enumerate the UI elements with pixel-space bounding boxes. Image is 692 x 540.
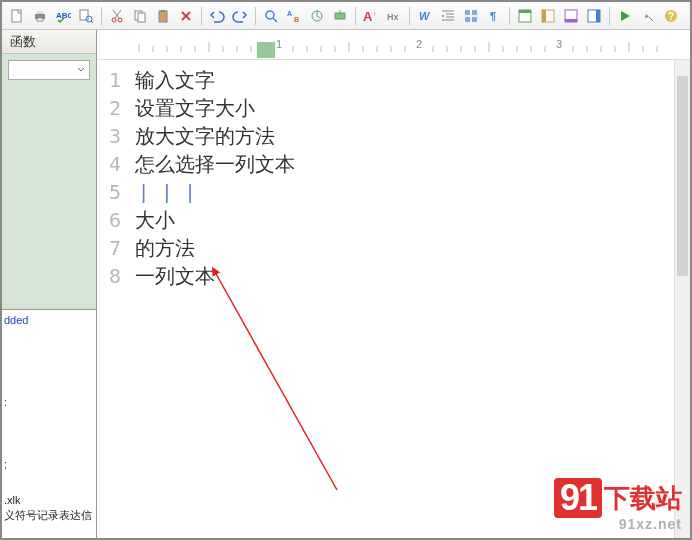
svg-rect-3 bbox=[37, 18, 43, 21]
line-number: 7 bbox=[97, 234, 121, 262]
help-icon[interactable]: ? bbox=[660, 5, 682, 27]
code-content[interactable]: 输入文字 设置文字大小 放大文字的方法 怎么选择一列文本 ||| 大小 的方法 … bbox=[131, 60, 690, 538]
redo-icon[interactable] bbox=[229, 5, 251, 27]
sidebar-body bbox=[2, 86, 96, 309]
font-increase-icon[interactable]: A↑ bbox=[360, 5, 382, 27]
ruler: 1 2 3 bbox=[97, 30, 690, 60]
show-all-icon[interactable]: ¶ bbox=[483, 5, 505, 27]
svg-text:Hx: Hx bbox=[387, 12, 399, 22]
svg-point-8 bbox=[118, 18, 122, 22]
goto-icon[interactable] bbox=[306, 5, 328, 27]
svg-rect-22 bbox=[465, 10, 470, 15]
ruler-ticks bbox=[97, 30, 690, 60]
panel2-icon[interactable] bbox=[537, 5, 559, 27]
search-icon[interactable] bbox=[260, 5, 282, 27]
sidebar-item[interactable]: : bbox=[4, 396, 94, 408]
delete-icon[interactable] bbox=[175, 5, 197, 27]
spellcheck-icon[interactable]: ABC bbox=[52, 5, 74, 27]
separator bbox=[609, 7, 610, 25]
sidebar-header: 函数 bbox=[2, 30, 96, 54]
paste-icon[interactable] bbox=[152, 5, 174, 27]
separator bbox=[355, 7, 356, 25]
svg-rect-2 bbox=[37, 11, 43, 14]
svg-text:?: ? bbox=[668, 11, 674, 22]
find-replace-icon[interactable]: AB bbox=[283, 5, 305, 27]
new-icon[interactable] bbox=[6, 5, 28, 27]
svg-rect-25 bbox=[472, 17, 477, 22]
code-line: 大小 bbox=[135, 206, 690, 234]
svg-rect-17 bbox=[335, 13, 345, 19]
column-select-icon[interactable] bbox=[460, 5, 482, 27]
sidebar-item[interactable]: 义符号记录表达信 bbox=[4, 508, 94, 523]
svg-rect-10 bbox=[138, 13, 145, 22]
run-icon[interactable] bbox=[614, 5, 636, 27]
svg-text:B: B bbox=[294, 16, 299, 23]
svg-rect-28 bbox=[519, 10, 531, 13]
line-number: 1 bbox=[97, 66, 121, 94]
code-line-cursors: ||| bbox=[135, 178, 690, 206]
vertical-scrollbar[interactable] bbox=[674, 60, 690, 538]
code-line: 设置文字大小 bbox=[135, 94, 690, 122]
code-line: 的方法 bbox=[135, 234, 690, 262]
preview-icon[interactable] bbox=[75, 5, 97, 27]
separator bbox=[101, 7, 102, 25]
svg-rect-5 bbox=[80, 10, 88, 20]
line-number: 4 bbox=[97, 150, 121, 178]
svg-rect-24 bbox=[465, 17, 470, 22]
code-line: 怎么选择一列文本 bbox=[135, 150, 690, 178]
chevron-down-icon bbox=[77, 66, 85, 74]
code-line: 放大文字的方法 bbox=[135, 122, 690, 150]
svg-rect-0 bbox=[12, 10, 21, 22]
code-line: 输入文字 bbox=[135, 66, 690, 94]
svg-text:A: A bbox=[363, 9, 373, 24]
svg-point-13 bbox=[266, 11, 274, 19]
code-line: 一列文本 bbox=[135, 262, 690, 290]
line-number: 5 bbox=[97, 178, 121, 206]
svg-text:¶: ¶ bbox=[490, 10, 496, 22]
svg-rect-32 bbox=[565, 19, 577, 22]
word-wrap-icon[interactable]: W bbox=[414, 5, 436, 27]
bookmark-icon[interactable] bbox=[329, 5, 351, 27]
separator bbox=[255, 7, 256, 25]
separator bbox=[509, 7, 510, 25]
svg-text:W: W bbox=[419, 10, 431, 22]
cut-icon[interactable] bbox=[106, 5, 128, 27]
editor[interactable]: 1 2 3 4 5 6 7 8 输入文字 设置文字大小 放大文字的方法 怎么选择… bbox=[97, 60, 690, 538]
sidebar-item[interactable]: dded bbox=[4, 314, 94, 326]
panel1-icon[interactable] bbox=[514, 5, 536, 27]
arrow-icon[interactable] bbox=[637, 5, 659, 27]
svg-rect-30 bbox=[542, 10, 546, 22]
editor-area: 1 2 3 bbox=[97, 30, 690, 538]
svg-rect-12 bbox=[161, 10, 165, 12]
sidebar-item[interactable]: ; bbox=[4, 458, 94, 470]
separator bbox=[409, 7, 410, 25]
panel3-icon[interactable] bbox=[560, 5, 582, 27]
line-number: 3 bbox=[97, 122, 121, 150]
sidebar-bottom: dded : ; .xlk 义符号记录表达信 bbox=[2, 310, 96, 538]
svg-text:↑: ↑ bbox=[373, 11, 376, 17]
scrollbar-thumb[interactable] bbox=[677, 76, 688, 276]
svg-rect-34 bbox=[596, 10, 600, 22]
line-number: 8 bbox=[97, 262, 121, 290]
indent-icon[interactable] bbox=[437, 5, 459, 27]
copy-icon[interactable] bbox=[129, 5, 151, 27]
svg-rect-11 bbox=[159, 11, 167, 22]
svg-text:A: A bbox=[287, 10, 292, 17]
sidebar-item[interactable]: .xlk bbox=[4, 494, 94, 506]
print-icon[interactable] bbox=[29, 5, 51, 27]
line-gutter: 1 2 3 4 5 6 7 8 bbox=[97, 60, 131, 538]
svg-point-7 bbox=[112, 18, 116, 22]
hex-icon[interactable]: Hx bbox=[383, 5, 405, 27]
panel4-icon[interactable] bbox=[583, 5, 605, 27]
undo-icon[interactable] bbox=[206, 5, 228, 27]
toolbar: ABC AB A↑ Hx W ¶ ? bbox=[2, 2, 690, 30]
line-number: 6 bbox=[97, 206, 121, 234]
separator bbox=[201, 7, 202, 25]
line-number: 2 bbox=[97, 94, 121, 122]
svg-rect-23 bbox=[472, 10, 477, 15]
sidebar-dropdown[interactable] bbox=[8, 60, 90, 80]
sidebar: 函数 dded : ; .xlk 义符号记录表达信 bbox=[2, 30, 97, 538]
